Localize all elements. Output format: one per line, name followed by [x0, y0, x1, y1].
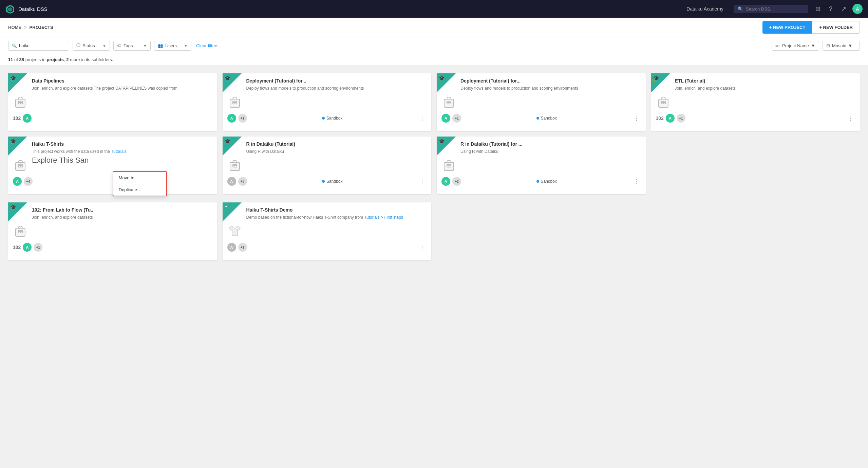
user-avatar: A — [227, 243, 236, 252]
breadcrumb-home[interactable]: HOME — [8, 25, 21, 30]
breadcrumb-sep: > — [24, 25, 27, 30]
kebab-menu[interactable]: ⋮ — [418, 243, 427, 252]
view-label: Mosaic — [832, 43, 846, 48]
sandbox-badge: Sandbox — [536, 116, 557, 121]
card-body: Haiku T-Shirts Demo Demo based on the fi… — [223, 202, 432, 240]
extra-avatar: +3 — [238, 177, 247, 186]
sandbox-badge: Sandbox — [322, 116, 342, 121]
card-meta: 102 A — [13, 114, 32, 123]
project-card: 🎓 Deployment (Tutorial) for... Deploy fl… — [437, 73, 646, 131]
sort-dropdown[interactable]: ≡↕ Project Name ▼ — [772, 41, 819, 51]
backpack-icon — [656, 94, 671, 109]
kebab-menu[interactable]: ⋮ — [418, 177, 427, 186]
card-body: 102: From Lab to Flow (Tu... Join, enric… — [8, 202, 217, 240]
tags-filter[interactable]: 🏷 Tags ▼ — [113, 41, 151, 51]
shirt-icon — [227, 223, 242, 238]
users-filter[interactable]: 👥 Users ▼ — [154, 41, 191, 51]
project-desc: Join, enrich, and explore datasets — [32, 215, 212, 220]
project-title: 102: From Lab to Flow (Tu... — [32, 207, 212, 213]
users-icon: 👥 — [158, 43, 163, 48]
new-project-button[interactable]: + NEW PROJECT — [762, 21, 812, 34]
sort-wrap: ≡↕ Project Name ▼ ⊞ Mosaic ▼ — [772, 41, 860, 51]
project-card: 🎓 ETL (Tutorial) Join, enrich, and explo… — [651, 73, 860, 131]
project-desc: Deploy flows and models to production an… — [460, 86, 640, 91]
sandbox-label: Sandbox — [326, 179, 342, 184]
card-footer: A +1 Sandbox ⋮ — [223, 111, 432, 125]
status-filter[interactable]: Status ▼ — [73, 41, 110, 51]
tags-label: Tags — [124, 43, 133, 48]
project-card: 🎓 Deployment (Tutorial) for... Deploy fl… — [223, 73, 432, 131]
user-avatar: A — [23, 243, 32, 252]
sort-label: Project Name — [782, 43, 809, 48]
info-total: 38 — [19, 57, 24, 62]
sandbox-label: Sandbox — [541, 116, 557, 121]
view-dropdown[interactable]: ⊞ Mosaic ▼ — [823, 41, 860, 51]
user-avatar: A — [23, 114, 32, 123]
nav-icons: ⊞ ? ↗ A — [814, 4, 863, 14]
status-arrow-icon: ▼ — [102, 44, 106, 48]
help-icon[interactable]: ? — [827, 5, 835, 13]
kebab-menu[interactable]: ⋮ — [632, 114, 641, 123]
context-move-to[interactable]: Move to... — [113, 172, 166, 184]
project-desc: This project works with the data used in… — [32, 149, 212, 155]
extra-avatar: +1 — [677, 114, 685, 123]
project-title: R in Dataiku (Tutorial) for ... — [460, 141, 640, 147]
kebab-menu[interactable]: ⋮ — [846, 114, 855, 123]
users-label: Users — [165, 43, 177, 48]
card-footer: A +1 ⋮ — [223, 240, 432, 254]
clear-filters[interactable]: Clear filters — [196, 43, 219, 48]
info-folder: projects — [47, 57, 64, 62]
trend-icon[interactable]: ↗ — [839, 5, 848, 13]
app-logo: Dataiku DSS — [5, 4, 676, 14]
new-folder-button[interactable]: + NEW FOLDER — [812, 21, 860, 34]
academy-button[interactable]: Dataiku Academy — [682, 4, 728, 14]
tutorial-icon: 🎓 — [10, 75, 16, 81]
global-search[interactable]: 🔍 — [734, 5, 808, 13]
card-body: R in Dataiku (Tutorial) for ... Using R … — [437, 137, 646, 174]
user-avatar: A — [227, 177, 236, 186]
status-label: Status — [82, 43, 95, 48]
new-btn-group: + NEW PROJECT + NEW FOLDER — [762, 21, 860, 34]
sandbox-badge: Sandbox — [536, 179, 557, 184]
extra-avatar: +1 — [34, 243, 42, 252]
project-title: R in Dataiku (Tutorial) — [246, 141, 426, 147]
context-duplicate[interactable]: Duplicate... — [113, 184, 166, 196]
tutorial-icon: 🎓 — [10, 204, 16, 210]
sandbox-dot — [536, 117, 539, 120]
kebab-menu[interactable]: ⋮ — [204, 243, 212, 252]
project-title: Haiku T-Shirts Demo — [246, 207, 426, 213]
kebab-menu[interactable]: ⋮ — [204, 177, 212, 186]
card-icon-area — [13, 158, 28, 174]
user-avatar: A — [441, 114, 450, 123]
avatar[interactable]: A — [852, 4, 863, 14]
view-icon: ⊞ — [826, 43, 830, 48]
project-card: 🎓 Data Pipelines Join, enrich, and explo… — [8, 73, 217, 131]
tags-arrow-icon: ▼ — [143, 44, 147, 48]
status-circle-icon — [76, 43, 80, 48]
sandbox-label: Sandbox — [326, 116, 342, 121]
project-card: ✦ Haiku T-Shirts Demo Demo based on the … — [223, 202, 432, 260]
project-title: ETL (Tutorial) — [675, 78, 855, 84]
project-desc: Join, enrich, and explore datasets — [675, 86, 855, 91]
tutorial-icon: 🎓 — [439, 75, 445, 81]
tutorials-link[interactable]: Tutorials. — [111, 149, 128, 154]
logo-icon — [5, 4, 15, 14]
kebab-menu[interactable]: ⋮ — [204, 114, 212, 123]
breadcrumb-current: PROJECTS — [30, 25, 53, 30]
project-num: 102 — [656, 115, 664, 121]
kebab-menu[interactable]: ⋮ — [632, 177, 641, 186]
explore-text: Explore This San — [32, 156, 212, 165]
search-filter[interactable]: 🔍 — [8, 41, 69, 51]
info-subfolders: 2 — [66, 57, 69, 62]
card-body: Deployment (Tutorial) for... Deploy flow… — [437, 73, 646, 111]
search-input[interactable] — [746, 6, 804, 12]
project-title: Data Pipelines — [32, 78, 212, 84]
card-footer: 102 A ⋮ — [8, 111, 217, 125]
kebab-menu[interactable]: ⋮ — [418, 114, 427, 123]
card-meta: A +2 — [441, 177, 461, 186]
card-icon-area — [13, 223, 28, 239]
search-filter-input[interactable] — [19, 43, 65, 48]
grid-icon[interactable]: ⊞ — [814, 5, 822, 13]
project-card: 🎓 Haiku T-Shirts This project works with… — [8, 137, 217, 194]
tutorials-link[interactable]: Tutorials > First steps — [364, 215, 403, 220]
